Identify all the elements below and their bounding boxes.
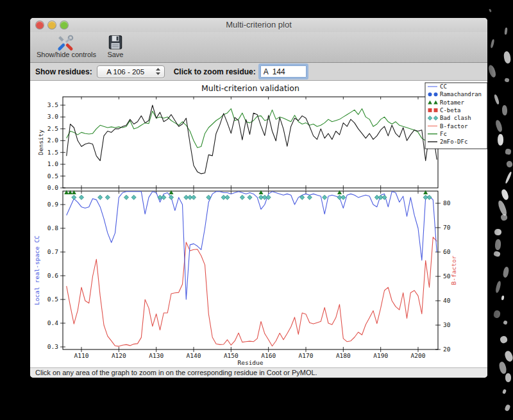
screen-artifact [503, 267, 510, 278]
bad-clash-marker [323, 195, 327, 199]
app-window: Multi-criterion plot Show/hide controls [30, 18, 487, 378]
svg-text:3.5: 3.5 [47, 101, 58, 108]
fc-line [67, 109, 437, 148]
traffic-lights [36, 21, 68, 29]
screen-artifact [501, 296, 504, 301]
show-residues-select[interactable]: A 106 - 205 [97, 65, 165, 78]
tools-icon [56, 33, 76, 51]
bad-clash-marker [79, 195, 83, 199]
2mfo-dfc-line [67, 105, 437, 174]
screen-artifact [504, 404, 510, 412]
minimize-button[interactable] [48, 21, 56, 29]
bad-clash-marker [427, 195, 432, 199]
density-axis-label: Density [37, 130, 44, 155]
screen-artifact [493, 310, 501, 319]
screen-artifact [494, 228, 501, 235]
screen-artifact [498, 134, 503, 146]
svg-text:0.8: 0.8 [47, 224, 58, 231]
svg-text:A200: A200 [411, 352, 426, 359]
stepper-arrows-icon [154, 68, 164, 75]
svg-text:A170: A170 [299, 352, 314, 359]
zoom-button[interactable] [60, 21, 68, 29]
save-icon [106, 33, 124, 51]
svg-text:A150: A150 [224, 352, 239, 359]
svg-text:0.7: 0.7 [47, 248, 58, 255]
cc-line [67, 192, 437, 299]
titlebar[interactable]: Multi-criterion plot [30, 18, 487, 32]
svg-text:70: 70 [443, 224, 451, 231]
density-axes [63, 97, 438, 188]
bad-clash-marker [307, 195, 312, 199]
status-bar: Click on any area of the graph to zoom i… [30, 367, 487, 378]
show-hide-controls-button[interactable]: Show/hide controls [37, 33, 96, 58]
svg-text:A160: A160 [261, 352, 276, 359]
bad-clash-marker [240, 195, 244, 199]
screen-artifact [500, 214, 508, 221]
b-factor-line [67, 237, 437, 346]
svg-text:A190: A190 [373, 352, 388, 359]
screen-artifact [493, 251, 501, 257]
legend-label: B-factor [440, 123, 468, 130]
svg-text:A120: A120 [112, 352, 126, 359]
bad-clash-marker [124, 195, 128, 199]
plot-title: Multi-criterion validation [201, 83, 299, 93]
screen-artifact [502, 389, 507, 394]
legend-label: CC [440, 83, 447, 90]
screen-artifact [499, 335, 508, 344]
screen-artifact [494, 119, 503, 132]
svg-text:0.3: 0.3 [47, 343, 58, 350]
tool-label: Show/hide controls [37, 51, 96, 58]
validation-plot[interactable]: A110A120A130A140A150A160A170A180A190A200… [30, 81, 487, 367]
zoom-residue-label: Click to zoom residue: [174, 67, 256, 76]
svg-text:20: 20 [443, 346, 451, 353]
save-button[interactable]: Save [106, 33, 124, 58]
screen-artifact [503, 51, 511, 63]
svg-text:3.0: 3.0 [47, 113, 58, 120]
screen-artifact [495, 239, 501, 251]
svg-text:A110: A110 [74, 352, 89, 359]
cc-bfactor-axes [63, 191, 438, 349]
svg-text:2.5: 2.5 [47, 125, 58, 132]
zoom-residue-input[interactable] [260, 65, 307, 78]
legend-label: Ramachandran [440, 91, 482, 97]
screen-artifact [505, 373, 512, 382]
screen-artifact [506, 160, 513, 168]
svg-text:0.0: 0.0 [47, 184, 58, 191]
svg-text:80: 80 [443, 199, 451, 206]
svg-text:60: 60 [443, 248, 451, 255]
screen-artifact [503, 349, 513, 362]
screen-artifact [504, 28, 507, 35]
plot-legend: CCRamachandranRotamerC-betaBad clashB-fa… [425, 83, 487, 149]
screen-artifact [500, 189, 509, 201]
cc-axis-label: Local real-space CC [33, 235, 40, 305]
bad-clash-marker [191, 195, 196, 199]
svg-text:0.9: 0.9 [47, 201, 58, 208]
show-residues-label: Show residues: [35, 67, 92, 76]
legend-label: C-beta [440, 107, 461, 113]
bad-clash-marker [131, 195, 136, 199]
screen-artifact [494, 281, 501, 293]
bad-clash-marker [248, 195, 252, 199]
residue-axis-label: Residue [237, 359, 263, 366]
svg-text:A140: A140 [187, 352, 201, 359]
svg-text:A130: A130 [149, 352, 164, 359]
bad-clash-marker [98, 195, 103, 199]
legend-label: 2mFo-DFc [440, 139, 467, 145]
screen-artifact [497, 199, 508, 216]
screen-artifact [505, 148, 511, 155]
bad-clash-marker [162, 195, 166, 199]
svg-text:1.5: 1.5 [47, 149, 58, 156]
legend-label: Bad clash [440, 115, 471, 121]
svg-text:0.4: 0.4 [47, 319, 58, 326]
b-factor-axis-label: B-factor [450, 255, 457, 285]
window-title: Multi-criterion plot [30, 18, 487, 32]
screen-artifact [487, 64, 498, 78]
svg-text:A180: A180 [336, 352, 351, 359]
svg-text:30: 30 [443, 321, 451, 328]
screen-artifact [489, 9, 491, 13]
plot-area: A110A120A130A140A150A160A170A180A190A200… [30, 81, 487, 367]
toolbar: Show/hide controls Save [30, 32, 487, 63]
svg-text:1.0: 1.0 [47, 160, 58, 167]
bad-clash-marker [105, 195, 110, 199]
close-button[interactable] [36, 21, 44, 29]
